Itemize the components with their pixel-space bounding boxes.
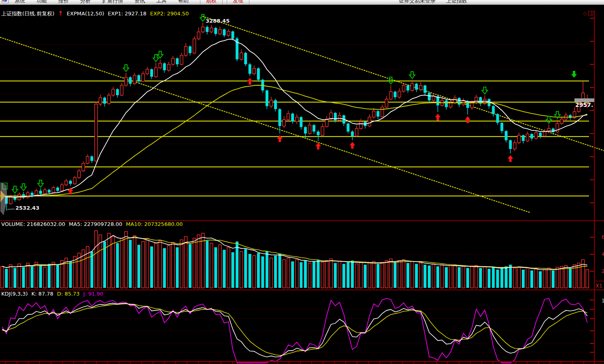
kdj-d-value: D: 85.73 xyxy=(57,291,80,297)
login-status: 证券交易未登录上证指数 xyxy=(399,0,478,4)
menu-item-system[interactable]: 系统 xyxy=(15,0,25,4)
menu-item-tools[interactable]: 工具 xyxy=(156,0,167,4)
main-chart-title-row: 上证指数(日线.前复权)↑EXPMA(12,50)EXP1: 2927.18EX… xyxy=(1,10,192,17)
volume-ma5-value: MA5: 227909728.00 xyxy=(69,221,122,227)
menu-item-quotes[interactable]: 报价 xyxy=(58,0,69,4)
current-symbol: 上证指数 xyxy=(446,0,467,4)
low-price-label: 2532.43 xyxy=(15,205,39,211)
menu-item-help[interactable]: 帮助 xyxy=(178,0,189,4)
volume-axis-label-6: 6 xyxy=(602,234,604,240)
menu-bar: 系统功能报价分析扩展行情资讯工具帮助期权发现 证券交易未登录上证指数 xyxy=(0,0,604,5)
volume-value[interactable]: VOLUME: 216826032.00 xyxy=(1,221,65,227)
app-logo-icon[interactable] xyxy=(2,0,9,3)
kdj-j-value: J: 91.90 xyxy=(83,291,104,297)
kdj-indicator-name[interactable]: KDJ(9,3,3) xyxy=(1,291,28,297)
trading-terminal: { "menu_bar": { "items": ["系统", "功能", "报… xyxy=(0,0,604,364)
last-price-value: 2957. xyxy=(575,102,593,108)
exp1-value: EXP1: 2927.18 xyxy=(108,11,147,17)
peak-price-label: 3288.45 xyxy=(206,18,230,24)
indicator-name[interactable]: EXPMA(12,50) xyxy=(67,11,104,17)
volume-title-row: VOLUME: 216826032.00MA5: 227909728.00MA1… xyxy=(1,221,186,227)
volume-scale-x1-label: X1 xyxy=(595,283,602,289)
chart-canvas[interactable] xyxy=(0,0,604,364)
volume-axis-label-4: 4 xyxy=(602,251,604,257)
menu-item-options[interactable]: 期权 xyxy=(200,0,223,4)
menu-item-extended-quotes[interactable]: 扩展行情 xyxy=(102,0,123,4)
split-window-icon[interactable] xyxy=(588,11,593,15)
trade-login-status[interactable]: 证券交易未登录 xyxy=(399,0,436,4)
up-arrow-icon: ↑ xyxy=(58,10,63,17)
kdj-k-value: K: 87.78 xyxy=(32,291,53,297)
menu-item-discover[interactable]: 发现 xyxy=(227,0,249,4)
diamond-icon[interactable]: ◇ xyxy=(583,11,587,16)
kdj-title-row: KDJ(9,3,3)K: 87.78D: 85.73J: 91.90 xyxy=(1,291,107,297)
exp2-value: EXP2: 2904.50 xyxy=(150,11,189,17)
symbol-title: 上证指数(日线.前复权) xyxy=(1,11,54,17)
kdj-axis-label: 1 xyxy=(602,298,604,304)
pane-window-controls: ◇ xyxy=(583,11,593,16)
menu-item-news[interactable]: 资讯 xyxy=(134,0,145,4)
volume-ma10-value: MA10: 207325680.00 xyxy=(126,221,183,227)
menu-item-function[interactable]: 功能 xyxy=(36,0,47,4)
volume-axis-label-2: 2 xyxy=(602,268,604,274)
menu-item-analysis[interactable]: 分析 xyxy=(80,0,91,4)
